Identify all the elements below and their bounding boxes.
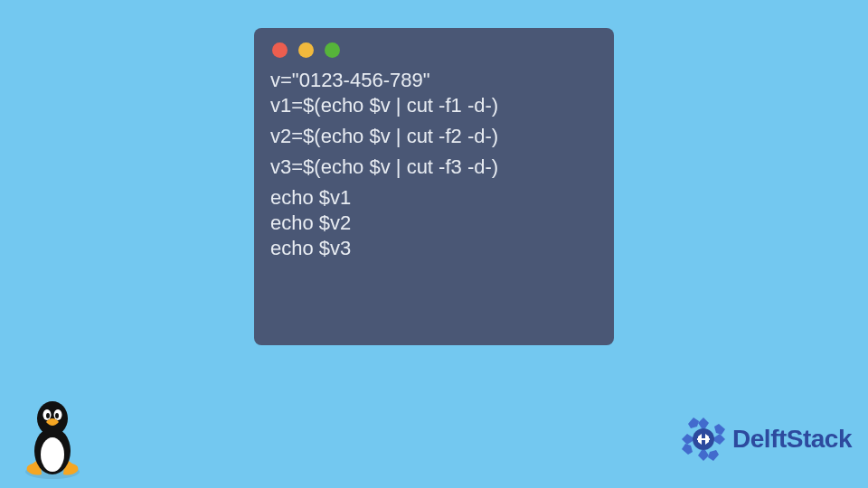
window-controls xyxy=(272,42,598,58)
svg-point-6 xyxy=(46,413,50,418)
code-block: v="0123-456-789" v1=$(echo $v | cut -f1 … xyxy=(270,70,598,258)
code-line: echo $v2 xyxy=(270,213,598,233)
code-line: v2=$(echo $v | cut -f2 -d-) xyxy=(270,127,598,146)
code-line: echo $v3 xyxy=(270,239,598,258)
svg-point-2 xyxy=(41,437,64,472)
brand-name: DelftStack xyxy=(732,425,852,454)
maximize-icon xyxy=(325,42,340,58)
code-line: v3=$(echo $v | cut -f3 -d-) xyxy=(270,157,598,177)
code-line: echo $v1 xyxy=(270,188,598,208)
code-window: v="0123-456-789" v1=$(echo $v | cut -f1 … xyxy=(254,28,614,345)
code-line: v1=$(echo $v | cut -f1 -d-) xyxy=(270,96,598,116)
code-line: v="0123-456-789" xyxy=(270,70,598,90)
delftstack-icon xyxy=(678,414,729,465)
close-icon xyxy=(272,42,288,58)
brand-logo: DelftStack xyxy=(678,414,852,465)
linux-tux-icon xyxy=(16,395,89,481)
svg-point-7 xyxy=(55,413,59,418)
minimize-icon xyxy=(298,42,314,58)
svg-rect-9 xyxy=(697,438,710,440)
